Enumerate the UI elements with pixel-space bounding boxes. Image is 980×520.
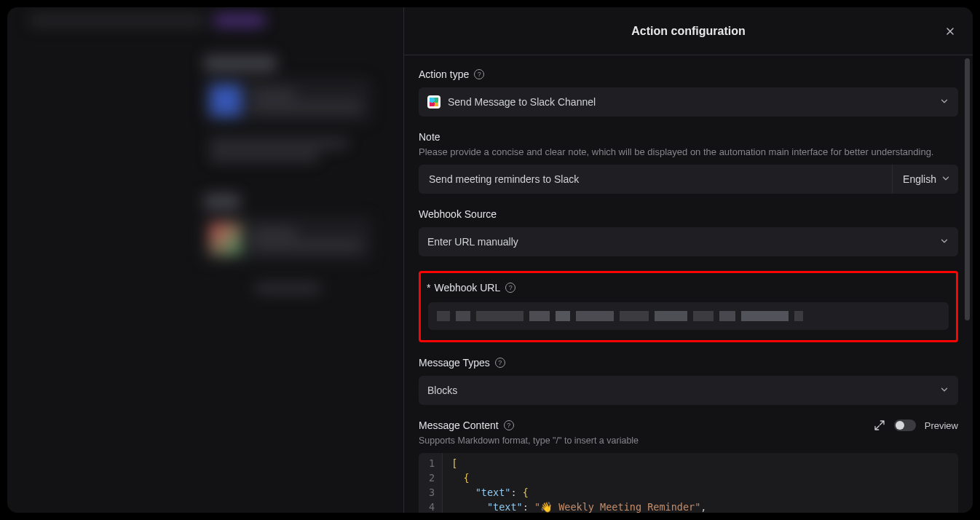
code-gutter: 1 2 3 4 5 6 7 — [419, 453, 443, 513]
code-editor[interactable]: 1 2 3 4 5 6 7 [ { "text": { "text": "👋 W… — [419, 453, 958, 513]
panel-scrollbar[interactable] — [965, 58, 970, 510]
action-type-label-text: Action type — [419, 68, 469, 80]
message-content-hint: Supports Markdown format, type "/" to in… — [419, 436, 958, 446]
message-content-label-text: Message Content — [419, 419, 499, 431]
webhook-url-input[interactable] — [428, 302, 949, 330]
code-key: "text" — [487, 501, 523, 513]
expand-icon[interactable] — [874, 419, 885, 431]
code-content: [ { "text": { "text": "👋 Weekly Meeting … — [443, 453, 715, 513]
message-types-label-text: Message Types — [419, 357, 490, 369]
webhook-source-label-text: Webhook Source — [419, 208, 497, 220]
preview-toggle[interactable] — [894, 419, 916, 431]
required-marker: * — [427, 282, 430, 294]
note-description: Please provide a concise and clear note,… — [419, 146, 958, 157]
close-icon — [944, 25, 956, 37]
action-type-select[interactable]: Send Message to Slack Channel — [419, 87, 958, 117]
background-blur — [7, 7, 411, 513]
webhook-url-label: * Webhook URL ? — [427, 282, 949, 294]
note-label: Note — [419, 131, 958, 143]
help-icon[interactable]: ? — [474, 69, 484, 79]
slack-icon — [427, 95, 440, 109]
panel-header: Action configuration — [404, 7, 973, 55]
message-types-label: Message Types ? — [419, 357, 958, 369]
note-input[interactable] — [419, 165, 892, 194]
action-type-value: Send Message to Slack Channel — [448, 96, 596, 108]
note-label-text: Note — [419, 131, 440, 143]
action-config-panel: Action configuration Action type ? Send … — [403, 7, 973, 513]
chevron-down-icon — [941, 173, 951, 186]
help-icon[interactable]: ? — [504, 420, 514, 430]
close-button[interactable] — [941, 22, 960, 41]
webhook-source-select[interactable]: Enter URL manually — [419, 227, 958, 256]
help-icon[interactable]: ? — [505, 283, 515, 293]
message-types-select[interactable]: Blocks — [419, 376, 958, 405]
line-number: 1 — [429, 456, 435, 470]
section-message-types: Message Types ? Blocks — [419, 357, 958, 405]
chevron-down-icon — [939, 385, 949, 397]
help-icon[interactable]: ? — [495, 358, 505, 368]
webhook-url-highlight: * Webhook URL ? — [419, 271, 958, 342]
section-webhook-source: Webhook Source Enter URL manually — [419, 208, 958, 256]
section-message-content: Message Content ? Preview Supports Markd… — [419, 419, 958, 513]
code-string: "👋 Weekly Meeting Reminder" — [534, 501, 700, 513]
note-language-select[interactable]: English — [892, 165, 958, 194]
webhook-url-label-text: Webhook URL — [434, 282, 500, 294]
webhook-source-value: Enter URL manually — [427, 236, 518, 248]
note-language-value: English — [903, 173, 936, 185]
section-action-type: Action type ? Send Message to Slack Chan… — [419, 68, 958, 117]
line-number: 4 — [429, 500, 435, 513]
line-number: 2 — [429, 470, 435, 485]
webhook-source-label: Webhook Source — [419, 208, 958, 220]
preview-label: Preview — [925, 420, 958, 431]
chevron-down-icon — [939, 96, 949, 109]
message-types-value: Blocks — [427, 385, 457, 396]
action-type-label: Action type ? — [419, 68, 958, 80]
section-note: Note Please provide a concise and clear … — [419, 131, 958, 194]
line-number: 3 — [429, 485, 435, 500]
chevron-down-icon — [939, 236, 949, 248]
panel-title: Action configuration — [631, 25, 745, 38]
message-content-label: Message Content ? — [419, 419, 514, 431]
scroll-thumb[interactable] — [965, 58, 970, 320]
code-key: "text" — [475, 486, 511, 498]
